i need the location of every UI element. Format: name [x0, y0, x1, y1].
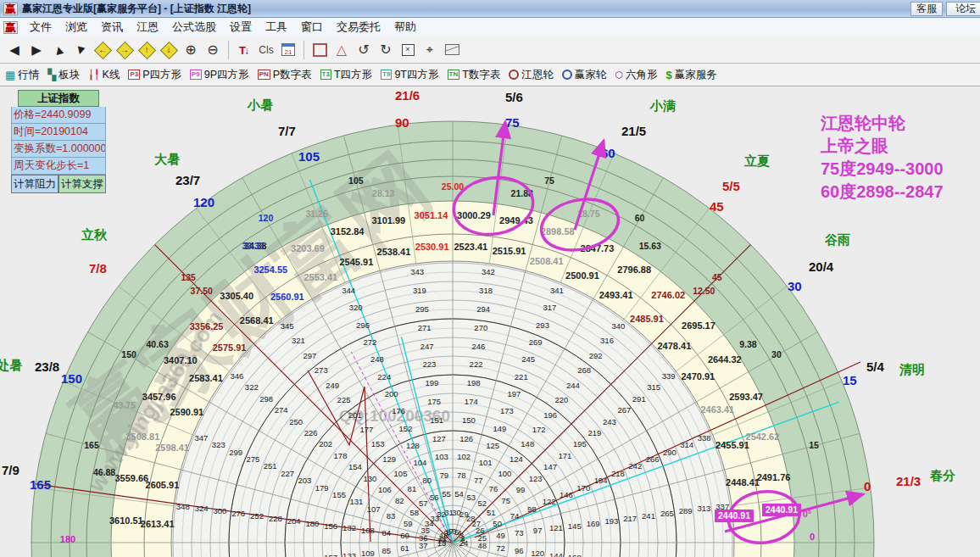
toolbar-item-label: 9P四方形 [204, 68, 249, 82]
pan-arrow-icon: ← [98, 45, 107, 54]
toolbar-item-hexagon[interactable]: ⬡六角形 [615, 68, 657, 82]
toolbar-item-kline[interactable]: ╽╿K线 [88, 68, 120, 82]
menu-item-4[interactable]: 公式选股 [165, 18, 223, 36]
toolbar-item-gann-wheel[interactable]: 江恩轮 [509, 68, 554, 82]
zoom-out-button[interactable]: ⊖ [202, 40, 224, 60]
svg-text:3203.69: 3203.69 [291, 243, 325, 253]
pan-left-button[interactable]: ← [92, 40, 114, 60]
menu-item-5[interactable]: 设置 [223, 18, 259, 36]
svg-text:59: 59 [404, 519, 413, 528]
svg-text:274: 274 [275, 405, 288, 415]
pan-right-button[interactable]: → [114, 40, 136, 60]
menu-item-8[interactable]: 交易委托 [330, 18, 387, 36]
svg-text:317: 317 [543, 303, 556, 312]
annotation-line: 上帝之眼 [821, 135, 944, 158]
wheel-outside-label: 大暑 [154, 152, 180, 166]
expand-button[interactable]: × [397, 40, 419, 60]
svg-text:30: 30 [771, 349, 782, 359]
toolbar-item-label: 六角形 [626, 68, 658, 82]
svg-text:3407.10: 3407.10 [164, 355, 198, 365]
square-tool-button[interactable] [309, 40, 331, 60]
toolbar-item-t-table[interactable]: TNT数字表 [448, 68, 501, 82]
svg-text:135: 135 [181, 272, 196, 282]
svg-text:2644.32: 2644.32 [708, 354, 742, 365]
rotate-cw-button[interactable]: ↻ [375, 40, 397, 60]
svg-text:121: 121 [549, 523, 563, 532]
svg-text:74: 74 [510, 511, 520, 521]
current-price-highlight: 2440.91 [762, 504, 801, 516]
cls-button[interactable]: Cls [255, 40, 277, 60]
toolbar-item-sectors[interactable]: ▚板块 [47, 68, 80, 82]
menu-item-0[interactable]: 文件 [23, 18, 58, 36]
svg-text:197: 197 [507, 389, 521, 398]
svg-text:2470.91: 2470.91 [681, 371, 715, 382]
svg-text:272: 272 [363, 337, 376, 347]
svg-text:126: 126 [459, 434, 473, 443]
svg-text:180: 180 [60, 534, 75, 544]
clear-board-button[interactable] [441, 40, 463, 60]
menu-item-7[interactable]: 窗口 [294, 18, 330, 36]
nav-up-button[interactable]: ▲ [47, 40, 70, 60]
toolbar-item-p-square[interactable]: P3P四方形 [128, 68, 181, 82]
toolbar-item-winner-service[interactable]: $赢家服务 [665, 68, 716, 82]
svg-text:3457.96: 3457.96 [142, 392, 176, 402]
svg-text:222: 222 [470, 359, 483, 369]
nav-down-button[interactable]: ▼ [70, 40, 92, 60]
pan-down-button[interactable]: ↓ [158, 40, 180, 60]
svg-text:122: 122 [543, 497, 556, 506]
wheel-outside-label: 7/7 [278, 124, 296, 138]
t-down-button[interactable]: T↓ [233, 40, 255, 60]
toolbar-item-9t-square[interactable]: T99T四方形 [381, 68, 438, 82]
toolbar-item-quotes[interactable]: ▦行情 [5, 68, 39, 82]
svg-text:318: 318 [479, 286, 493, 295]
calc-support-button[interactable]: 计算支撑 [58, 175, 106, 193]
svg-text:319: 319 [413, 286, 426, 295]
annotation-line: 75度2949--3000 [821, 158, 944, 181]
expand-icon: × [402, 44, 415, 56]
svg-text:148: 148 [521, 439, 534, 448]
menu-item-2[interactable]: 资讯 [94, 18, 130, 36]
triangle-tool-button[interactable]: △ [331, 40, 353, 60]
svg-text:54: 54 [454, 489, 464, 499]
toolbar-item-label: 行情 [18, 68, 39, 82]
svg-text:9.38: 9.38 [739, 339, 757, 349]
svg-text:175: 175 [427, 397, 441, 406]
svg-text:24: 24 [459, 538, 469, 548]
svg-text:2538.41: 2538.41 [377, 247, 411, 257]
svg-text:77: 77 [474, 476, 483, 485]
toolbar-item-winner-wheel[interactable]: 赢家轮 [562, 68, 607, 82]
pan-up-button[interactable]: ↑ [136, 40, 158, 60]
nav-back-button[interactable]: ◀ [3, 40, 25, 60]
svg-text:340: 340 [611, 321, 625, 331]
toolbar-item-p-table[interactable]: PNP数字表 [258, 68, 312, 82]
calendar-button[interactable]: 21 [277, 40, 299, 60]
svg-text:45: 45 [712, 272, 722, 282]
hexagon-icon: ⬡ [615, 70, 623, 81]
svg-text:348: 348 [176, 502, 190, 511]
svg-text:321: 321 [292, 336, 305, 345]
svg-text:3559.66: 3559.66 [114, 473, 148, 483]
svg-text:133: 133 [342, 551, 356, 557]
customer-service-button[interactable]: 客服 [910, 2, 943, 16]
toolbar-item-t-square[interactable]: T3T四方形 [320, 68, 372, 82]
rotate-cw-icon: ↻ [380, 42, 391, 58]
rotate-ccw-button[interactable]: ↺ [353, 40, 375, 60]
menu-item-3[interactable]: 江恩 [130, 18, 165, 36]
menu-item-9[interactable]: 帮助 [387, 18, 423, 36]
current-price-highlight: 2440.91 [715, 510, 754, 522]
pan-arrow-icon: ↓ [167, 45, 171, 54]
calc-resistance-button[interactable]: 计算阻力 [11, 175, 58, 193]
triangle-icon: △ [337, 42, 347, 58]
toolbar-item-9p-square[interactable]: P99P四方形 [190, 68, 249, 82]
nav-forward-button[interactable]: ▶ [25, 40, 47, 60]
menu-item-6[interactable]: 工具 [259, 18, 294, 36]
zoom-in-button[interactable]: ⊕ [180, 40, 202, 60]
svg-text:79: 79 [439, 471, 448, 480]
center-view-button[interactable]: ⌖ [419, 40, 441, 60]
svg-text:2583.41: 2583.41 [189, 373, 223, 383]
forum-button[interactable]: 论坛 [946, 2, 980, 16]
svg-text:265: 265 [660, 509, 674, 518]
price-row: 价格=2440.9099 [11, 107, 106, 124]
toolbar-navigation: ◀▶▲▼←→↑↓⊕⊖T↓Cls21△↺↻×⌖ [0, 36, 980, 64]
menu-item-1[interactable]: 浏览 [58, 18, 94, 36]
